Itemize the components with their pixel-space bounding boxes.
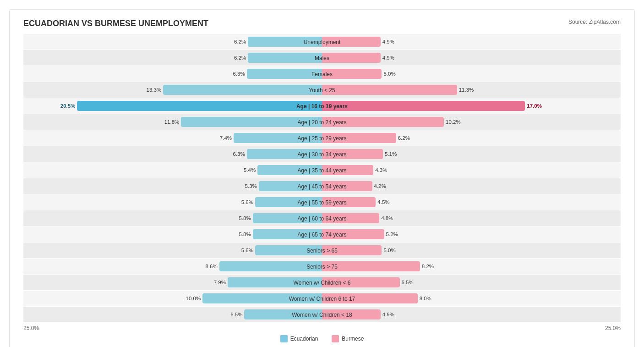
chart-row: 10.0% 8.0% Women w/ Children 6 to 17 <box>23 291 621 306</box>
bar-value-right: 8.2% <box>422 264 434 269</box>
chart-row: 7.9% 6.5% Women w/ Children < 6 <box>23 275 621 290</box>
bar-right-half: 4.3% <box>322 163 621 177</box>
legend-burmese: Burmese <box>332 335 364 342</box>
bar-right-half: 5.1% <box>322 147 621 161</box>
chart-row: 7.4% 6.2% Age | 25 to 29 years <box>23 130 621 146</box>
bar-value-right: 17.0% <box>527 103 542 109</box>
bar-value-right: 5.0% <box>383 71 395 77</box>
bar-left-half: 6.3% <box>23 67 322 81</box>
bar-value-left: 13.3% <box>147 87 162 93</box>
bar-value-left: 8.6% <box>206 264 218 269</box>
bar-left-half: 7.4% <box>23 131 322 145</box>
legend-burmese-color <box>332 335 339 342</box>
bar-right-half: 17.0% <box>322 99 621 113</box>
bar-right-half: 6.5% <box>322 275 621 289</box>
bar-right-half: 8.2% <box>322 259 621 273</box>
bar-value-right: 4.9% <box>382 39 394 44</box>
bar-value-right: 11.3% <box>459 87 474 93</box>
bar-value-right: 5.0% <box>383 248 395 253</box>
chart-row: 6.5% 4.9% Women w/ Children < 18 <box>23 307 621 322</box>
bar-left-half: 6.5% <box>23 308 322 321</box>
bar-right-half: 4.9% <box>322 51 621 65</box>
chart-row: 6.2% 4.9% Males <box>23 50 621 66</box>
bar-right-half: 11.3% <box>322 83 621 97</box>
axis-max: 25.0% <box>605 325 621 331</box>
legend-ecuadorian: Ecuadorian <box>280 335 318 342</box>
bar-left-half: 6.2% <box>23 51 322 65</box>
chart-source: Source: ZipAtlas.com <box>568 19 621 25</box>
chart-row: 5.4% 4.3% Age | 35 to 44 years <box>23 162 621 178</box>
bar-left-half: 10.0% <box>23 292 322 305</box>
legend-burmese-label: Burmese <box>342 336 364 342</box>
bar-left-half: 5.8% <box>23 227 322 241</box>
bar-left-half: 6.2% <box>23 35 322 49</box>
bar-value-right: 4.8% <box>381 215 393 221</box>
bar-right-half: 5.0% <box>322 67 621 81</box>
chart-row: 11.8% 10.2% Age | 20 to 24 years <box>23 114 621 130</box>
chart-row: 6.3% 5.1% Age | 30 to 34 years <box>23 146 621 162</box>
bar-value-left: 5.6% <box>241 248 253 253</box>
bar-value-left: 5.8% <box>239 231 251 237</box>
bar-value-right: 4.5% <box>377 199 389 205</box>
bar-value-left: 6.5% <box>230 312 242 317</box>
bar-value-right: 8.0% <box>420 296 431 301</box>
chart-row: 6.2% 4.9% Unemployment <box>23 34 621 50</box>
bar-left-half: 13.3% <box>23 83 322 97</box>
chart-row: 6.3% 5.0% Females <box>23 66 621 82</box>
bar-value-left: 6.3% <box>233 151 245 157</box>
legend-ecuadorian-color <box>280 335 288 342</box>
bar-value-left: 10.0% <box>186 296 201 301</box>
bar-value-left: 7.9% <box>214 280 226 285</box>
axis-min: 25.0% <box>23 325 39 331</box>
bar-value-right: 4.9% <box>382 312 394 317</box>
chart-row: 5.6% 4.5% Age | 55 to 59 years <box>23 194 621 210</box>
bar-value-left: 6.3% <box>233 71 245 77</box>
bar-value-right: 6.2% <box>398 135 410 141</box>
bar-value-left: 7.4% <box>220 135 232 141</box>
bar-value-right: 5.1% <box>385 151 397 157</box>
bar-value-left: 5.3% <box>245 183 257 189</box>
bar-left-half: 6.3% <box>23 147 322 161</box>
chart-title: ECUADORIAN VS BURMESE UNEMPLOYMENT <box>23 19 208 28</box>
chart-row: 13.3% 11.3% Youth < 25 <box>23 82 621 98</box>
axis-labels: 25.0% 25.0% <box>23 325 621 331</box>
chart-header: ECUADORIAN VS BURMESE UNEMPLOYMENT Sourc… <box>23 19 621 28</box>
chart-body: 6.2% 4.9% Unemployment 6.2% 4.9% Males 6… <box>23 34 621 322</box>
bar-left-half: 5.8% <box>23 211 322 225</box>
bar-value-left: 11.8% <box>164 119 180 125</box>
chart-container: ECUADORIAN VS BURMESE UNEMPLOYMENT Sourc… <box>9 9 635 347</box>
bar-value-left: 5.8% <box>239 215 251 221</box>
bar-value-right: 4.3% <box>375 167 387 173</box>
bar-right-half: 6.2% <box>322 131 621 145</box>
bar-left-half: 5.6% <box>23 195 322 209</box>
bar-value-left: 6.2% <box>234 39 246 44</box>
bar-value-right: 10.2% <box>446 119 461 125</box>
bar-right-half: 10.2% <box>322 115 621 129</box>
bar-value-right: 5.2% <box>386 231 398 237</box>
bar-right-half: 8.0% <box>322 292 621 305</box>
legend-ecuadorian-label: Ecuadorian <box>290 336 318 342</box>
bar-value-right: 6.5% <box>402 280 414 285</box>
bar-right-half: 5.2% <box>322 227 621 241</box>
bar-left-half: 8.6% <box>23 259 322 273</box>
bar-right-half: 4.9% <box>322 35 621 49</box>
chart-row: 20.5% 17.0% Age | 16 to 19 years <box>23 98 621 114</box>
legend: Ecuadorian Burmese <box>23 335 621 342</box>
bar-left-half: 11.8% <box>23 115 322 129</box>
chart-row: 8.6% 8.2% Seniors > 75 <box>23 259 621 274</box>
chart-row: 5.8% 4.8% Age | 60 to 64 years <box>23 210 621 226</box>
bar-left-half: 5.3% <box>23 179 322 193</box>
bar-value-right: 4.9% <box>382 55 394 61</box>
bar-value-right: 4.2% <box>374 183 386 189</box>
chart-row: 5.6% 5.0% Seniors > 65 <box>23 242 621 258</box>
bar-value-left: 20.5% <box>60 103 76 109</box>
bar-right-half: 4.8% <box>322 211 621 225</box>
bar-value-left: 5.4% <box>244 167 256 173</box>
chart-row: 5.8% 5.2% Age | 65 to 74 years <box>23 226 621 242</box>
chart-row: 5.3% 4.2% Age | 45 to 54 years <box>23 178 621 194</box>
bar-left-half: 5.4% <box>23 163 322 177</box>
bar-right-half: 4.9% <box>322 308 621 321</box>
bar-value-left: 6.2% <box>234 55 246 61</box>
bar-value-left: 5.6% <box>241 199 253 205</box>
bar-left-half: 5.6% <box>23 243 322 257</box>
